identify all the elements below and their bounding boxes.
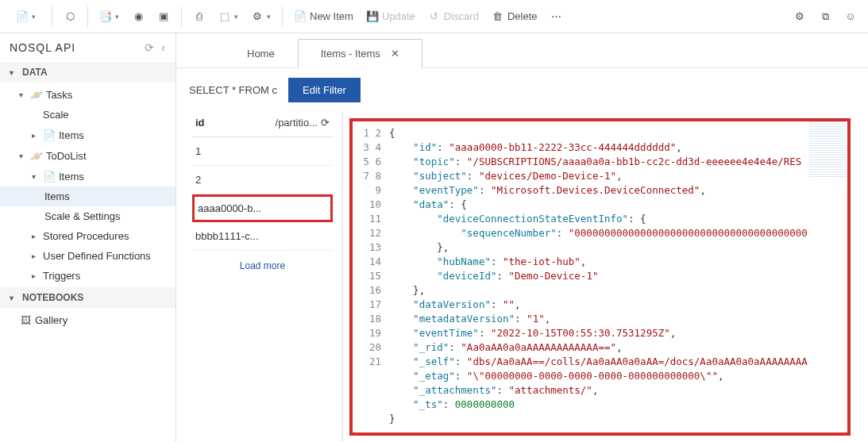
popout-icon[interactable]: ⧉	[814, 7, 836, 26]
cube-icon[interactable]: ⬡	[59, 7, 81, 26]
refresh-icon[interactable]: ⟳	[321, 117, 330, 129]
export-icon[interactable]: ⬚▾	[214, 7, 243, 26]
sidebar-title: NOSQL API ⟳ ‹	[0, 33, 176, 62]
settings-gear-icon[interactable]: ⚙▾	[246, 7, 276, 26]
github-icon[interactable]: ◉	[127, 7, 149, 26]
new-item-button[interactable]: 📄New Item	[289, 7, 358, 26]
terminal-icon[interactable]: ▣	[152, 7, 175, 26]
feedback-icon[interactable]: ☺	[839, 7, 862, 26]
minimap[interactable]	[809, 121, 846, 177]
import-icon[interactable]: ⎙	[188, 7, 210, 26]
tree-stored-procedures[interactable]: ▸Stored Procedures	[0, 226, 176, 246]
new-doc-icon[interactable]: 📄▾	[11, 7, 41, 26]
content-area: Home Items - Items ✕ SELECT * FROM c Edi…	[176, 33, 868, 442]
collapse-icon[interactable]: ‹	[161, 41, 166, 54]
tree-items-1[interactable]: ▸📄Items	[0, 125, 176, 145]
tree-items-3[interactable]: Items	[0, 186, 176, 206]
tree-scale[interactable]: Scale	[0, 105, 176, 125]
tree-todolist[interactable]: ▾🪐ToDoList	[0, 145, 176, 166]
refresh-icon[interactable]: ⟳	[145, 41, 155, 54]
item-row[interactable]: 2	[192, 166, 333, 194]
item-list: id /partitio... ⟳ 12aaaa0000-b...bbbb111…	[176, 112, 343, 442]
tab-home[interactable]: Home	[224, 39, 298, 67]
notebooks-section-header[interactable]: ▾NOTEBOOKS	[0, 287, 176, 308]
tree-triggers[interactable]: ▸Triggers	[0, 266, 176, 286]
tabs-bar: Home Items - Items ✕	[176, 33, 868, 68]
update-button[interactable]: 💾Update	[361, 7, 420, 26]
data-section-header[interactable]: ▾DATA	[0, 62, 176, 83]
query-bar: SELECT * FROM c Edit Filter	[176, 68, 868, 112]
item-row[interactable]: aaaa0000-b...	[192, 194, 333, 222]
more-icon[interactable]: ⋯	[545, 7, 567, 26]
tab-items[interactable]: Items - Items ✕	[298, 39, 423, 68]
load-more-link[interactable]: Load more	[192, 251, 333, 281]
json-editor[interactable]: 1 2 3 4 5 6 7 8 9 10 11 12 13 14 15 16 1…	[343, 112, 868, 442]
tree-gallery[interactable]: 🖼Gallery	[0, 309, 176, 330]
tree-items-2[interactable]: ▾📄Items	[0, 166, 176, 186]
tree-user-defined-functions[interactable]: ▸User Defined Functions	[0, 246, 176, 266]
top-toolbar: 📄▾ ⬡ 📑▾ ◉ ▣ ⎙ ⬚▾ ⚙▾ 📄New Item 💾Update ↺D…	[0, 0, 868, 33]
col-id[interactable]: id	[195, 117, 205, 129]
delete-button[interactable]: 🗑Delete	[487, 7, 542, 26]
query-text: SELECT * FROM c	[189, 84, 277, 96]
discard-button[interactable]: ↺Discard	[423, 7, 484, 26]
edit-filter-button[interactable]: Edit Filter	[288, 78, 361, 102]
gear-icon[interactable]: ⚙	[789, 7, 811, 26]
sql-icon[interactable]: 📑▾	[95, 7, 124, 26]
item-row[interactable]: bbbb1111-c...	[192, 222, 333, 251]
item-row[interactable]: 1	[192, 137, 333, 166]
close-icon[interactable]: ✕	[391, 48, 399, 60]
sidebar: NOSQL API ⟳ ‹ ▾DATA ▾🪐Tasks Scale ▸📄Item…	[0, 33, 176, 442]
tree-tasks[interactable]: ▾🪐Tasks	[0, 84, 176, 105]
col-partition[interactable]: /partitio... ⟳	[276, 117, 330, 129]
tree-scale-settings[interactable]: Scale & Settings	[0, 206, 176, 226]
